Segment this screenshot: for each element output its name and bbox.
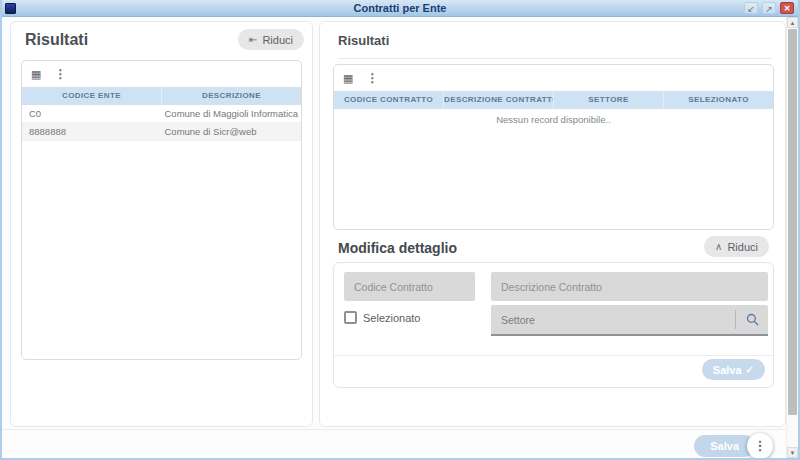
detail-form: Selezionato Salva ✓ (333, 262, 774, 388)
column-header-codice-contratto[interactable]: CODICE CONTRATTO (334, 91, 443, 109)
table-header-row: CODICE ENTE DESCRIZIONE (22, 87, 301, 105)
table-toolbar: ▦ ⋮ (334, 65, 773, 91)
columns-grid-icon[interactable]: ▦ (343, 73, 353, 84)
column-header-descrizione[interactable]: DESCRIZIONE (161, 87, 301, 105)
left-collapse-label: Riduci (262, 34, 293, 46)
check-icon: ✓ (746, 364, 754, 375)
descrizione-contratto-input[interactable] (491, 272, 768, 301)
settore-field (491, 305, 768, 336)
cell-descrizione: Comune di Sicr@web (162, 123, 302, 140)
divider (334, 355, 773, 356)
left-collapse-button[interactable]: ⇤ Riduci (238, 29, 304, 50)
vertical-scrollbar[interactable]: ▲ ▼ (786, 17, 798, 458)
footer-save-label: Salva (710, 440, 739, 452)
cell-codice: 8888888 (22, 123, 162, 140)
enti-table: ▦ ⋮ CODICE ENTE DESCRIZIONE C0 Comune di… (21, 60, 302, 360)
contratti-table: ▦ ⋮ CODICE CONTRATTO DESCRIZIONE CONTRAT… (333, 64, 774, 230)
left-panel-title: Risultati (25, 31, 88, 49)
selezionato-label: Selezionato (363, 312, 421, 324)
right-panel: Risultati ▦ ⋮ CODICE CONTRATTO DESCRIZIO… (319, 21, 786, 427)
footer-save-button[interactable]: Salva (694, 435, 755, 457)
table-toolbar: ▦ ⋮ (22, 61, 301, 87)
checkbox-box (344, 311, 357, 324)
scroll-up-icon[interactable]: ▲ (787, 17, 798, 28)
close-icon[interactable]: ✕ (780, 2, 794, 14)
scroll-down-icon[interactable]: ▼ (787, 447, 798, 458)
window-controls: ↙ ↗ ✕ (744, 2, 794, 14)
columns-grid-icon[interactable]: ▦ (31, 69, 41, 80)
column-header-selezionato[interactable]: SELEZIONATO (663, 91, 773, 109)
detail-save-button[interactable]: Salva ✓ (702, 359, 765, 380)
right-panel-title: Risultati (338, 33, 389, 48)
maximize-icon[interactable]: ↗ (762, 2, 776, 14)
column-header-codice-ente[interactable]: CODICE ENTE (22, 87, 161, 105)
divider (338, 58, 772, 59)
titlebar[interactable]: Contratti per Ente ↙ ↗ ✕ (0, 0, 800, 17)
footer-menu-button[interactable]: ⋮ (747, 433, 773, 459)
window-title: Contratti per Ente (0, 0, 800, 17)
table-row[interactable]: 8888888 Comune di Sicr@web (22, 123, 301, 141)
codice-contratto-input[interactable] (344, 272, 475, 301)
table-row[interactable]: C0 Comune di Maggioli Informatica (22, 105, 301, 123)
table-menu-icon[interactable]: ⋮ (54, 68, 66, 80)
window: Contratti per Ente ↙ ↗ ✕ Risultati ⇤ Rid… (0, 0, 800, 460)
chevron-up-icon: ∧ (715, 241, 722, 252)
detail-save-label: Salva (713, 364, 742, 376)
table-header-row: CODICE CONTRATTO DESCRIZIONE CONTRATTO S… (334, 91, 773, 109)
detail-collapse-button[interactable]: ∧ Riduci (704, 236, 769, 257)
search-icon[interactable] (736, 313, 768, 326)
empty-records-message: Nessun record disponibile.. (334, 114, 773, 125)
restore-icon[interactable]: ↙ (744, 2, 758, 14)
selezionato-checkbox[interactable]: Selezionato (344, 311, 421, 324)
kebab-icon: ⋮ (754, 438, 767, 453)
collapse-left-icon: ⇤ (249, 34, 257, 45)
left-panel: Risultati ⇤ Riduci ▦ ⋮ CODICE ENTE DESCR… (10, 21, 313, 427)
column-header-descrizione-contratto[interactable]: DESCRIZIONE CONTRATTO (443, 91, 553, 109)
cell-codice: C0 (22, 105, 162, 122)
footer-bar: Salva ⋮ (2, 429, 785, 458)
cell-descrizione: Comune di Maggioli Informatica (162, 105, 302, 122)
detail-section-title: Modifica dettaglio (338, 240, 457, 256)
detail-collapse-label: Riduci (727, 241, 758, 253)
table-menu-icon[interactable]: ⋮ (366, 72, 378, 84)
settore-input[interactable] (491, 305, 735, 334)
column-header-settore[interactable]: SETTORE (553, 91, 663, 109)
scrollbar-thumb[interactable] (788, 29, 797, 415)
